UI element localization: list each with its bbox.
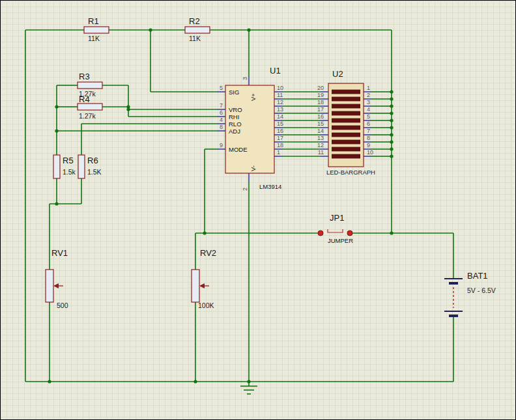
rv2-pot-body[interactable]: [192, 270, 199, 302]
component-r4[interactable]: R4 1.27k: [78, 94, 102, 120]
component-r6[interactable]: R6 1.5K: [78, 155, 102, 178]
junction-dot: [390, 133, 393, 136]
junction-dot: [203, 231, 206, 234]
component-r5[interactable]: R5 1.5k: [53, 155, 76, 178]
u1-left-pin-number: 8: [220, 124, 223, 130]
u2-left-pin-number: 12: [317, 142, 324, 148]
junction-dot: [390, 104, 393, 107]
junction-dot: [247, 28, 250, 31]
u2-left-pin-number: 17: [317, 106, 324, 113]
r4-value-label: 1.27k: [79, 112, 96, 120]
schematic-svg: R1 11K R2 11K R3 1.27k R4 1.27k R5 1.5k …: [1, 1, 516, 420]
u2-left-pin-number: 18: [317, 99, 324, 105]
component-r1[interactable]: R1 11K: [84, 16, 109, 42]
junction-dot: [126, 107, 130, 111]
led-bar: [332, 154, 360, 159]
junction-dot: [390, 231, 393, 234]
junction-dot: [194, 380, 197, 383]
led-bar: [332, 111, 360, 116]
rv1-value-label: 500: [57, 301, 68, 309]
rv1-ref-label: RV1: [51, 248, 68, 258]
u2-right-pin-number: 2: [367, 92, 370, 98]
u1-part-label: LM3914: [259, 183, 281, 190]
u1-top-pin-number: 3: [242, 77, 248, 80]
r6-resistor-body[interactable]: [78, 155, 85, 178]
ground-symbol[interactable]: [240, 382, 257, 394]
rv2-value-label: 100K: [198, 301, 214, 309]
junction-dot: [55, 105, 58, 108]
component-r2[interactable]: R2 11K: [185, 16, 210, 42]
r1-resistor-body[interactable]: [84, 27, 109, 33]
u1-right-pin-number: 1: [277, 149, 280, 156]
junction-dot: [390, 111, 393, 115]
r6-value-label: 1.5K: [87, 168, 102, 176]
junction-dot: [390, 140, 393, 143]
u2-right-pin-number: 6: [367, 120, 370, 127]
u1-pin-name: VRO: [229, 106, 242, 113]
u1-pin-name: MODE: [229, 146, 248, 153]
component-r3[interactable]: R3 1.27k: [78, 72, 102, 98]
u1-right-pin-number: 18: [277, 142, 283, 148]
u2-left-pin-number: 19: [317, 92, 324, 98]
junction-dot: [390, 154, 393, 158]
u2-left-pin-number: 16: [317, 113, 324, 120]
rv1-pot-body[interactable]: [46, 270, 53, 302]
bat1-value-label: 5V - 6.5V: [467, 287, 496, 294]
bat1-ref-label: BAT1: [467, 271, 488, 281]
rv2-ref-label: RV2: [200, 248, 216, 258]
u1-top-pin-name: V+: [250, 93, 257, 101]
r2-resistor-body[interactable]: [185, 27, 210, 33]
u2-left-pin-number: 14: [317, 128, 324, 134]
r3-resistor-body[interactable]: [78, 82, 102, 89]
u2-left-pin-number: 15: [317, 120, 324, 127]
u1-bottom-pin-name: V-: [250, 165, 257, 171]
u2-right-pin-number: 5: [367, 113, 370, 120]
r1-value-label: 11K: [88, 35, 100, 42]
u1-left-pin-number: 4: [220, 117, 223, 123]
r5-resistor-body[interactable]: [53, 155, 60, 178]
u2-right-pin-number: 9: [367, 142, 370, 148]
jp1-pin-right[interactable]: [347, 231, 352, 236]
component-u2[interactable]: 2011921831741651561471381291110 U2 LED-B…: [317, 69, 375, 176]
r1-ref-label: R1: [88, 16, 99, 26]
rv2-wiper-arrowhead: [199, 283, 205, 288]
u1-right-pin-number: 14: [277, 113, 283, 120]
led-bar: [332, 97, 360, 102]
jp1-pin-left[interactable]: [318, 231, 323, 236]
r5-value-label: 1.5k: [63, 168, 76, 176]
r4-ref-label: R4: [79, 94, 90, 104]
u1-left-pin-number: 7: [220, 102, 223, 109]
junction-dot: [390, 90, 393, 93]
led-bar: [332, 140, 360, 145]
u1-pin-name: RHI: [229, 113, 239, 120]
u2-right-pin-number: 1: [367, 85, 370, 91]
jp1-part-label: JUMPER: [328, 237, 353, 244]
r5-ref-label: R5: [63, 156, 74, 165]
u1-left-pin-number: 6: [220, 109, 223, 116]
u1-right-pin-number: 15: [277, 120, 283, 127]
r6-ref-label: R6: [87, 156, 98, 165]
junction-dot: [390, 97, 393, 100]
u1-pin-name: SIG: [229, 89, 239, 96]
component-bat1[interactable]: BAT1 5V - 6.5V: [444, 271, 496, 316]
led-bar: [332, 133, 360, 137]
r4-resistor-body[interactable]: [78, 104, 102, 110]
u2-right-pin-number: 7: [367, 128, 370, 134]
component-jp1[interactable]: JP1 JUMPER: [318, 213, 353, 244]
led-bar: [332, 90, 360, 94]
component-u1[interactable]: U1 LM3914 3 V+ 2 V- 10111213141516171815…: [220, 66, 283, 191]
u1-ref-label: U1: [270, 66, 281, 76]
u1-pin-name: RLO: [229, 120, 242, 128]
u1-right-pin-number: 12: [277, 99, 283, 105]
junction-dot: [390, 147, 393, 150]
schematic-canvas: R1 11K R2 11K R3 1.27k R4 1.27k R5 1.5k …: [0, 0, 516, 420]
u2-right-pin-number: 3: [367, 99, 370, 105]
u1-right-pin-number: 11: [277, 92, 283, 98]
u2-left-pin-number: 13: [317, 135, 324, 141]
jp1-bracket: [328, 229, 343, 232]
u1-left-pin-number: 9: [220, 142, 223, 148]
junction-dot: [55, 129, 58, 132]
junction-dot: [48, 380, 51, 383]
u1-left-pin-number: 5: [220, 85, 223, 91]
led-bar: [332, 104, 360, 109]
